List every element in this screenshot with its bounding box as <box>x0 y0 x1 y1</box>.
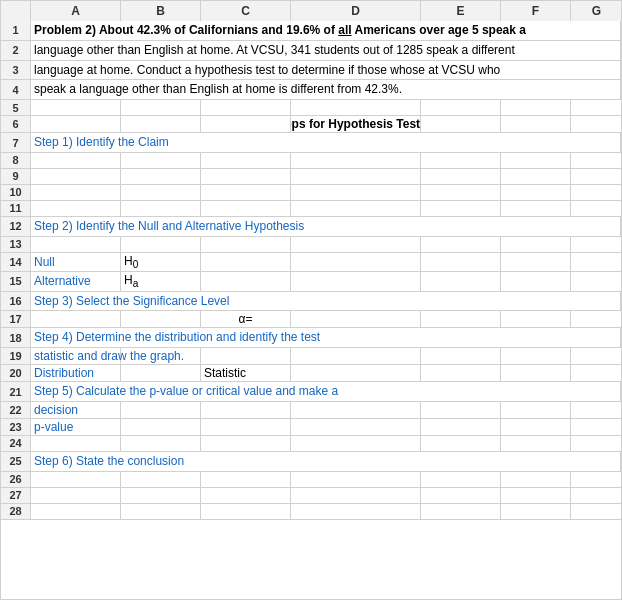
cell-f28[interactable] <box>501 504 571 519</box>
cell-e5[interactable] <box>421 100 501 115</box>
cell-a11[interactable] <box>31 201 121 216</box>
cell-a6[interactable] <box>31 116 121 132</box>
cell-g5[interactable] <box>571 100 622 115</box>
cell-e13[interactable] <box>421 237 501 252</box>
cell-c22[interactable] <box>201 402 291 418</box>
cell-f8[interactable] <box>501 153 571 168</box>
cell-a28[interactable] <box>31 504 121 519</box>
cell-c6[interactable] <box>201 116 291 132</box>
cell-a21[interactable]: Step 5) Calculate the p-value or critica… <box>31 382 621 401</box>
cell-a26[interactable] <box>31 472 121 487</box>
cell-b11[interactable] <box>121 201 201 216</box>
cell-d22[interactable] <box>291 402 421 418</box>
cell-a17[interactable] <box>31 311 121 327</box>
cell-g28[interactable] <box>571 504 622 519</box>
cell-c23[interactable] <box>201 419 291 435</box>
cell-d17[interactable] <box>291 311 421 327</box>
cell-c27[interactable] <box>201 488 291 503</box>
cell-g19[interactable] <box>571 348 622 364</box>
cell-f23[interactable] <box>501 419 571 435</box>
cell-a1[interactable]: Problem 2) About 42.3% of Californians a… <box>31 21 621 40</box>
cell-g10[interactable] <box>571 185 622 200</box>
cell-e26[interactable] <box>421 472 501 487</box>
cell-b24[interactable] <box>121 436 201 451</box>
cell-g11[interactable] <box>571 201 622 216</box>
cell-g8[interactable] <box>571 153 622 168</box>
cell-g27[interactable] <box>571 488 622 503</box>
cell-b27[interactable] <box>121 488 201 503</box>
cell-a25[interactable]: Step 6) State the conclusion <box>31 452 621 471</box>
cell-f5[interactable] <box>501 100 571 115</box>
cell-e9[interactable] <box>421 169 501 184</box>
cell-f15[interactable] <box>501 272 571 290</box>
cell-f27[interactable] <box>501 488 571 503</box>
cell-g20[interactable] <box>571 365 622 381</box>
cell-c19[interactable] <box>201 348 291 364</box>
cell-c14[interactable] <box>201 253 291 271</box>
cell-e24[interactable] <box>421 436 501 451</box>
cell-e23[interactable] <box>421 419 501 435</box>
cell-e19[interactable] <box>421 348 501 364</box>
cell-e17[interactable] <box>421 311 501 327</box>
cell-f6[interactable] <box>501 116 571 132</box>
cell-f26[interactable] <box>501 472 571 487</box>
cell-a20[interactable]: Distribution <box>31 365 121 381</box>
cell-g26[interactable] <box>571 472 622 487</box>
cell-b28[interactable] <box>121 504 201 519</box>
cell-b19[interactable] <box>121 348 201 364</box>
cell-d9[interactable] <box>291 169 421 184</box>
cell-b14[interactable]: H0 <box>121 253 201 271</box>
cell-b6[interactable] <box>121 116 201 132</box>
cell-a2[interactable]: language other than English at home. At … <box>31 41 621 60</box>
cell-f10[interactable] <box>501 185 571 200</box>
cell-c15[interactable] <box>201 272 291 290</box>
cell-g9[interactable] <box>571 169 622 184</box>
cell-b9[interactable] <box>121 169 201 184</box>
cell-e20[interactable] <box>421 365 501 381</box>
cell-b17[interactable] <box>121 311 201 327</box>
cell-a3[interactable]: language at home. Conduct a hypothesis t… <box>31 61 621 80</box>
cell-b15[interactable]: Ha <box>121 272 201 290</box>
cell-a4[interactable]: speak a language other than English at h… <box>31 80 621 99</box>
cell-f14[interactable] <box>501 253 571 271</box>
cell-e11[interactable] <box>421 201 501 216</box>
cell-f20[interactable] <box>501 365 571 381</box>
cell-e22[interactable] <box>421 402 501 418</box>
cell-c5[interactable] <box>201 100 291 115</box>
cell-d23[interactable] <box>291 419 421 435</box>
cell-e27[interactable] <box>421 488 501 503</box>
cell-b22[interactable] <box>121 402 201 418</box>
cell-a16[interactable]: Step 3) Select the Significance Level <box>31 292 621 311</box>
cell-c17[interactable]: α= <box>201 311 291 327</box>
cell-e28[interactable] <box>421 504 501 519</box>
cell-a7[interactable]: Step 1) Identify the Claim <box>31 133 621 152</box>
cell-c9[interactable] <box>201 169 291 184</box>
cell-d6[interactable]: Steps for Hypothesis Testing <box>291 116 421 132</box>
cell-b8[interactable] <box>121 153 201 168</box>
cell-c20[interactable]: Statistic <box>201 365 291 381</box>
cell-d28[interactable] <box>291 504 421 519</box>
cell-d27[interactable] <box>291 488 421 503</box>
cell-d19[interactable] <box>291 348 421 364</box>
cell-a19[interactable]: statistic and draw the graph. <box>31 348 121 364</box>
cell-f13[interactable] <box>501 237 571 252</box>
cell-a12[interactable]: Step 2) Identify the Null and Alternativ… <box>31 217 621 236</box>
cell-d5[interactable] <box>291 100 421 115</box>
cell-a8[interactable] <box>31 153 121 168</box>
cell-d10[interactable] <box>291 185 421 200</box>
cell-b5[interactable] <box>121 100 201 115</box>
cell-a23[interactable]: p-value <box>31 419 121 435</box>
cell-e10[interactable] <box>421 185 501 200</box>
cell-e14[interactable] <box>421 253 501 271</box>
cell-d13[interactable] <box>291 237 421 252</box>
cell-c11[interactable] <box>201 201 291 216</box>
cell-a18[interactable]: Step 4) Determine the distribution and i… <box>31 328 621 347</box>
cell-a13[interactable] <box>31 237 121 252</box>
cell-c24[interactable] <box>201 436 291 451</box>
cell-b10[interactable] <box>121 185 201 200</box>
cell-e6[interactable] <box>421 116 501 132</box>
cell-d11[interactable] <box>291 201 421 216</box>
cell-a5[interactable] <box>31 100 121 115</box>
cell-e15[interactable] <box>421 272 501 290</box>
cell-f17[interactable] <box>501 311 571 327</box>
